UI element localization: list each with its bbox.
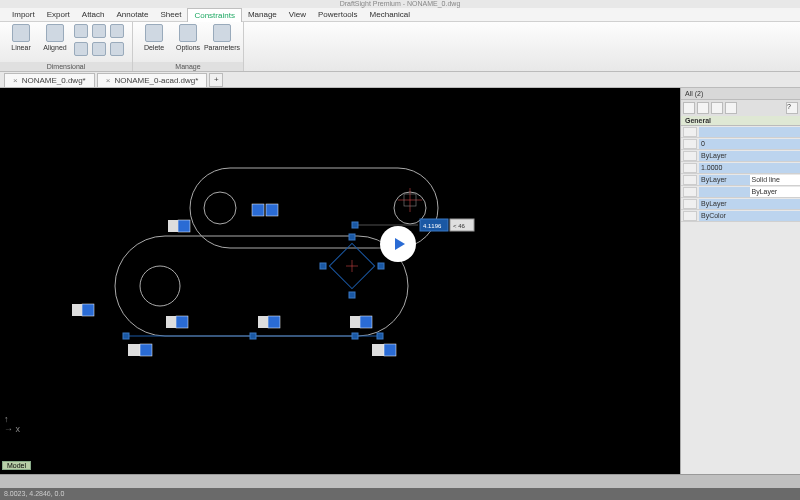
menu-export[interactable]: Export [41, 8, 76, 22]
dim-tool-2[interactable] [92, 24, 106, 38]
svg-rect-30 [372, 344, 384, 356]
prop-color[interactable] [681, 126, 800, 138]
dim-small-tools [74, 24, 126, 58]
svg-rect-5 [378, 263, 384, 269]
parameters-button[interactable]: Parameters [207, 24, 237, 51]
panel-dimensional: Linear Aligned Dimensional [0, 22, 133, 71]
svg-rect-3 [349, 292, 355, 298]
lower-left-hole [140, 266, 180, 306]
panel-manage: Delete Options Parameters Manage [133, 22, 244, 71]
menu-view[interactable]: View [283, 8, 312, 22]
menu-annotate[interactable]: Annotate [110, 8, 154, 22]
delete-constraint-button[interactable]: Delete [139, 24, 169, 51]
close-icon[interactable]: × [106, 76, 111, 85]
prop-plotstyle[interactable]: ByLayerSolid line [681, 174, 800, 186]
prop-linescale[interactable]: 1.0000 [681, 162, 800, 174]
menu-bar: ImportExportAttachAnnotateSheetConstrain… [0, 8, 800, 22]
model-tab[interactable]: Model [2, 461, 31, 470]
svg-rect-2 [349, 234, 355, 240]
tab-0[interactable]: ×NONAME_0.dwg* [4, 73, 95, 87]
menu-powertools[interactable]: Powertools [312, 8, 364, 22]
svg-text:4.1196: 4.1196 [423, 223, 442, 229]
svg-rect-24 [360, 316, 372, 328]
menu-import[interactable]: Import [6, 8, 41, 22]
props-tool-1[interactable] [683, 102, 695, 114]
props-help[interactable]: ? [786, 102, 798, 114]
dim-tool-4[interactable] [74, 42, 88, 56]
props-tool-4[interactable] [725, 102, 737, 114]
svg-rect-29 [140, 344, 152, 356]
svg-rect-19 [72, 304, 82, 316]
panel-title-manage: Manage [133, 62, 243, 71]
svg-rect-17 [168, 220, 178, 232]
svg-rect-26 [252, 204, 264, 216]
svg-rect-23 [258, 316, 268, 328]
svg-rect-22 [268, 316, 280, 328]
svg-text:< 46: < 46 [453, 223, 466, 229]
options-button[interactable]: Options [173, 24, 203, 51]
add-tab-button[interactable]: + [209, 73, 223, 87]
menu-sheet[interactable]: Sheet [155, 8, 188, 22]
ucs-icon: ↑→ x [4, 414, 20, 434]
command-line[interactable] [0, 474, 800, 488]
menu-manage[interactable]: Manage [242, 8, 283, 22]
aligned-dim-button[interactable]: Aligned [40, 24, 70, 51]
dim-tool-6[interactable] [110, 42, 124, 56]
prop-layer[interactable]: 0 [681, 138, 800, 150]
close-icon[interactable]: × [13, 76, 18, 85]
canvas[interactable]: 4.1196 < 46 ↑→ x [0, 88, 680, 474]
svg-rect-20 [176, 316, 188, 328]
dim-tool-5[interactable] [92, 42, 106, 56]
tab-1[interactable]: ×NONAME_0-acad.dwg* [97, 73, 208, 87]
status-bar: 8.0023, 4.2846, 0.0 [0, 488, 800, 500]
dim-tool-1[interactable] [74, 24, 88, 38]
svg-rect-25 [350, 316, 360, 328]
properties-panel: All (2) ? General 0ByLayer1.0000ByLayerS… [680, 88, 800, 474]
svg-rect-13 [352, 222, 358, 228]
svg-rect-4 [320, 263, 326, 269]
props-section-general: General [681, 116, 800, 126]
linear-dim-button[interactable]: Linear [6, 24, 36, 51]
svg-rect-18 [82, 304, 94, 316]
dim-tool-3[interactable] [110, 24, 124, 38]
menu-attach[interactable]: Attach [76, 8, 111, 22]
play-button-overlay[interactable] [380, 226, 416, 262]
props-tool-3[interactable] [711, 102, 723, 114]
svg-rect-31 [384, 344, 396, 356]
ribbon: Linear Aligned Dimensional Delete Option… [0, 22, 800, 72]
svg-rect-9 [250, 333, 256, 339]
svg-rect-11 [377, 333, 383, 339]
menu-constraints[interactable]: Constraints [187, 8, 241, 22]
document-tabs: ×NONAME_0.dwg* ×NONAME_0-acad.dwg* + [0, 72, 800, 88]
menu-mechanical[interactable]: Mechanical [364, 8, 416, 22]
prop-printcolor[interactable]: ByColor [681, 210, 800, 222]
svg-rect-27 [266, 204, 278, 216]
prop-lineweight[interactable]: ByLayer [681, 186, 800, 198]
prop-transparency[interactable]: ByLayer [681, 198, 800, 210]
upper-left-hole [204, 192, 236, 224]
svg-rect-10 [352, 333, 358, 339]
props-header[interactable]: All (2) [681, 88, 800, 100]
prop-linetype[interactable]: ByLayer [681, 150, 800, 162]
panel-title-dimensional: Dimensional [0, 62, 132, 71]
svg-rect-16 [178, 220, 190, 232]
svg-rect-8 [123, 333, 129, 339]
constraint-badges [72, 204, 396, 356]
props-tool-2[interactable] [697, 102, 709, 114]
svg-rect-28 [128, 344, 140, 356]
svg-rect-21 [166, 316, 176, 328]
